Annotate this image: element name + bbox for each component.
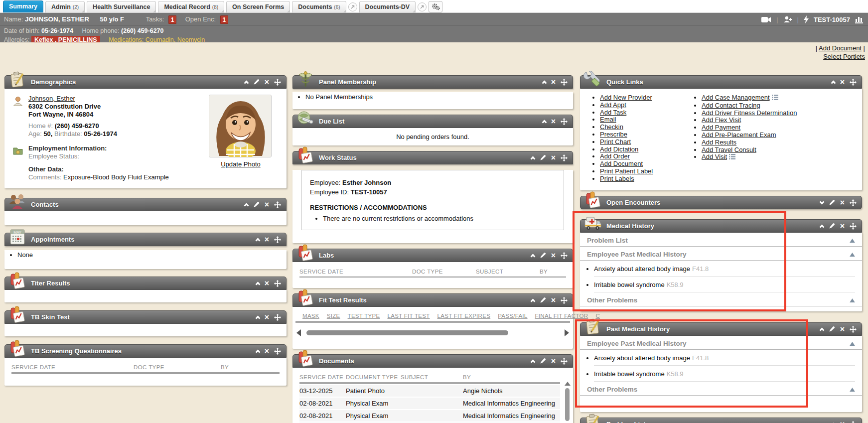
work-status-header[interactable]: Work Status ×: [292, 151, 573, 164]
move-icon[interactable]: [274, 201, 281, 208]
collapse-icon[interactable]: [245, 80, 248, 85]
titer-results-header[interactable]: Titer Results ×: [4, 277, 287, 290]
move-icon[interactable]: [561, 154, 568, 161]
collapse-icon[interactable]: [531, 155, 535, 160]
popout-icon[interactable]: [348, 2, 357, 11]
link-add-new-provider[interactable]: Add New Provider: [600, 94, 652, 101]
col-header-service-date[interactable]: SERVICE DATE: [299, 374, 346, 380]
close-icon[interactable]: ×: [840, 220, 845, 232]
link-print-patient-label[interactable]: Print Patient Label: [600, 167, 653, 175]
list-item[interactable]: Anxiety about altered body imageF41.8: [594, 261, 855, 277]
fit-test-header[interactable]: Fit Test Results ×: [292, 293, 573, 307]
open-enc-badge[interactable]: 1: [220, 15, 228, 24]
collapse-icon[interactable]: [820, 327, 824, 332]
col-header-doc-type[interactable]: DOC TYPE: [412, 269, 476, 275]
col-header-doc-type[interactable]: DOC TYPE: [134, 364, 221, 370]
expand-icon[interactable]: [820, 200, 824, 205]
collapse-icon[interactable]: [256, 237, 260, 242]
bar-chart-icon[interactable]: [855, 15, 863, 23]
link-add-case-management[interactable]: Add Case Management: [702, 94, 770, 101]
close-icon[interactable]: ×: [551, 76, 556, 88]
lightning-icon[interactable]: [804, 15, 809, 23]
link-add-order[interactable]: Add Order: [600, 152, 630, 160]
link-add-flex-visit[interactable]: Add Flex Visit: [702, 116, 741, 124]
documents-header[interactable]: Documents ×: [292, 354, 573, 368]
close-icon[interactable]: ×: [840, 76, 845, 88]
collapse-icon[interactable]: [245, 202, 248, 207]
close-icon[interactable]: ×: [551, 355, 556, 367]
list-item[interactable]: Anxiety about altered body imageF41.8: [594, 350, 855, 366]
scroll-up-icon[interactable]: [565, 382, 571, 386]
link-add-appt[interactable]: Add Appt: [600, 101, 626, 109]
edit-icon[interactable]: [829, 326, 835, 332]
close-icon[interactable]: ×: [551, 294, 556, 306]
problem-list-header[interactable]: Problem List ×: [580, 418, 862, 423]
col-header-service-date[interactable]: SERVICE DATE: [299, 269, 412, 275]
patient-name-link[interactable]: Johnson, Esther: [28, 95, 75, 102]
link-add-contact-tracing[interactable]: Add Contact Tracing: [702, 102, 760, 109]
collapse-icon[interactable]: [832, 80, 835, 85]
link-checkin[interactable]: Checkin: [600, 123, 623, 131]
update-photo-link[interactable]: Update Photo: [221, 160, 261, 168]
list-item[interactable]: Irritable bowel syndromeK58.9: [594, 277, 855, 292]
collapse-icon[interactable]: [531, 253, 535, 258]
col-header-by[interactable]: BY: [221, 364, 229, 370]
tasks-badge[interactable]: 1: [168, 15, 176, 24]
link-add-travel-consult[interactable]: Add Travel Consult: [702, 146, 756, 153]
col-header-service-date[interactable]: SERVICE DATE: [11, 364, 134, 370]
close-icon[interactable]: ×: [551, 115, 556, 128]
move-icon[interactable]: [850, 223, 857, 230]
tab-medical-record[interactable]: Medical Record(8): [158, 1, 224, 12]
link-print-labels[interactable]: Print Labels: [600, 175, 634, 182]
collapse-triangle-icon[interactable]: [850, 237, 855, 244]
collapse-triangle-icon[interactable]: [850, 386, 855, 393]
col-header-by[interactable]: BY: [540, 269, 548, 275]
collapse-icon[interactable]: [531, 298, 535, 303]
collapse-icon[interactable]: [256, 281, 260, 286]
table-row[interactable]: 03-12-2025 Patient Photo Angie Nichols: [299, 385, 560, 398]
collapse-icon[interactable]: [543, 119, 546, 124]
tb-skin-test-header[interactable]: TB Skin Test ×: [4, 310, 287, 324]
link-add-pre-placement-exam[interactable]: Add Pre-Placement Exam: [702, 131, 776, 139]
collapse-icon[interactable]: [256, 349, 260, 354]
close-icon[interactable]: ×: [265, 198, 269, 211]
section-employee-past-medical-history[interactable]: Employee Past Medical History: [580, 336, 862, 350]
move-icon[interactable]: [274, 236, 281, 243]
table-row[interactable]: 02-08-2021 Physical Exam Medical Informa…: [299, 398, 560, 410]
collapse-icon[interactable]: [531, 359, 535, 364]
edit-icon[interactable]: [540, 154, 546, 161]
popout-icon[interactable]: [418, 2, 427, 11]
collapse-triangle-icon[interactable]: [850, 251, 855, 258]
link-prescribe[interactable]: Prescribe: [600, 131, 627, 138]
menu-icon[interactable]: [772, 95, 778, 102]
edit-icon[interactable]: [829, 223, 835, 229]
link-add-document[interactable]: Add Document: [600, 160, 643, 167]
move-icon[interactable]: [274, 79, 281, 86]
move-icon[interactable]: [850, 79, 857, 86]
menu-icon[interactable]: [729, 154, 735, 161]
due-list-header[interactable]: Due List ×: [292, 115, 573, 128]
demographics-header[interactable]: Demographics ×: [4, 75, 287, 89]
edit-icon[interactable]: [540, 252, 546, 259]
scroll-left-icon[interactable]: [296, 329, 301, 336]
edit-icon[interactable]: [829, 199, 835, 206]
collapse-triangle-icon[interactable]: [850, 340, 855, 347]
list-item[interactable]: Irritable bowel syndromeK58.9: [594, 366, 855, 382]
col-header-by[interactable]: BY: [463, 374, 471, 380]
tab-summary[interactable]: Summary: [3, 0, 43, 12]
video-camera-icon[interactable]: [761, 16, 771, 23]
edit-icon[interactable]: [540, 358, 546, 364]
col-header-size[interactable]: SIZE: [327, 313, 340, 319]
collapse-triangle-icon[interactable]: [850, 296, 855, 304]
edit-icon[interactable]: [540, 297, 546, 303]
close-icon[interactable]: ×: [265, 76, 269, 88]
link-add-dictation[interactable]: Add Dictation: [600, 145, 638, 153]
tb-screening-header[interactable]: TB Screening Questionnaires ×: [4, 344, 287, 358]
link-print-chart[interactable]: Print Chart: [600, 138, 631, 145]
link-add-payment[interactable]: Add Payment: [702, 124, 740, 131]
gear-icon[interactable]: [429, 1, 442, 12]
edit-icon[interactable]: [253, 201, 260, 208]
scrollbar-thumb[interactable]: [306, 330, 508, 335]
quick-links-header[interactable]: Quick Links ×: [580, 75, 862, 89]
past-medical-history-header[interactable]: Past Medical History ×: [580, 322, 862, 336]
